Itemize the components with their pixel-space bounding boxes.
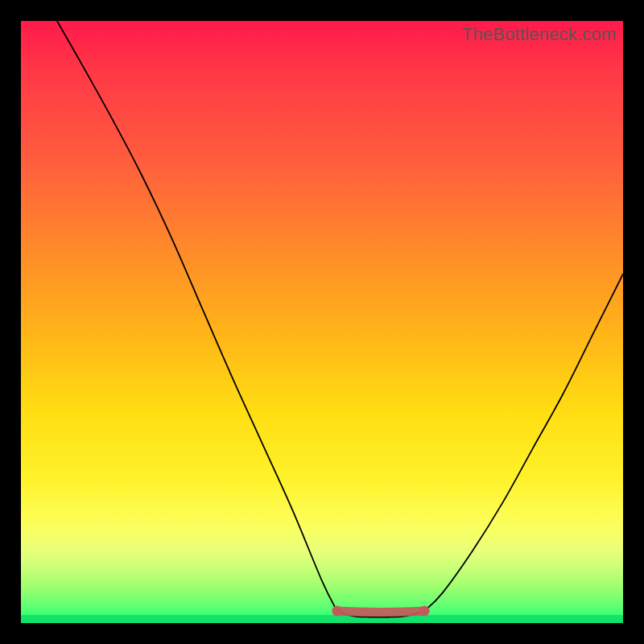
bottleneck-curve [57, 21, 623, 617]
optimal-region-start-dot [332, 606, 342, 617]
plot-area: TheBottleneck.com [21, 21, 623, 623]
optimal-region-marker [337, 611, 425, 613]
optimal-region-end-dot [419, 606, 430, 617]
curve-svg [21, 21, 623, 623]
chart-stage: TheBottleneck.com [0, 0, 644, 644]
